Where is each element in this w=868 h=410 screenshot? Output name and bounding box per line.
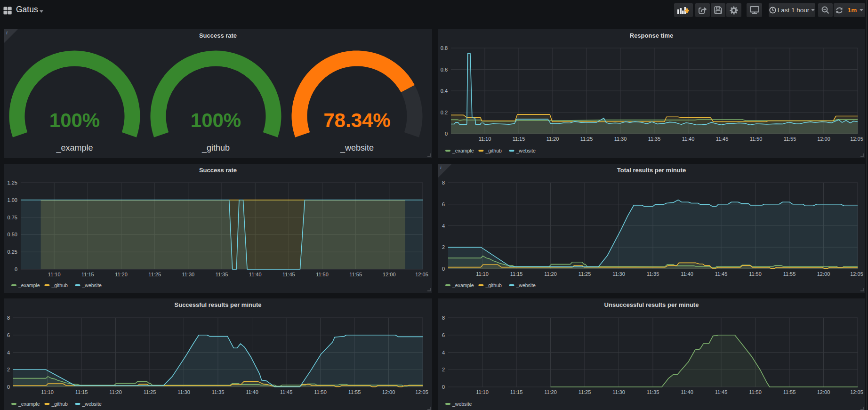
svg-text:11:35: 11:35 [647, 389, 659, 395]
svg-text:11:45: 11:45 [715, 271, 728, 277]
svg-text:11:50: 11:50 [750, 136, 763, 142]
svg-text:4: 4 [7, 350, 10, 355]
svg-text:2: 2 [442, 244, 445, 250]
svg-text:12:00: 12:00 [817, 136, 830, 142]
svg-text:4: 4 [442, 223, 445, 229]
svg-text:_github: _github [485, 148, 502, 153]
svg-text:Success rate: Success rate [199, 32, 237, 39]
svg-text:_example: _example [18, 282, 40, 288]
svg-text:100%: 100% [49, 109, 100, 131]
svg-text:11:20: 11:20 [109, 389, 122, 395]
svg-text:_website: _website [516, 282, 536, 288]
svg-text:Successful results per minute: Successful results per minute [175, 301, 262, 308]
svg-text:0: 0 [15, 266, 17, 272]
svg-text:6: 6 [442, 332, 445, 338]
svg-text:11:45: 11:45 [715, 389, 728, 395]
svg-text:0.2: 0.2 [441, 110, 448, 115]
svg-text:11:25: 11:25 [148, 272, 161, 277]
svg-text:1.25: 1.25 [8, 180, 17, 185]
svg-text:11:30: 11:30 [614, 136, 627, 142]
svg-text:12:00: 12:00 [817, 389, 830, 395]
svg-text:11:10: 11:10 [48, 272, 61, 277]
svg-text:0: 0 [442, 384, 445, 390]
svg-text:2: 2 [442, 367, 445, 372]
svg-text:Success rate: Success rate [199, 167, 237, 174]
svg-text:11:10: 11:10 [476, 389, 489, 395]
svg-text:_website: _website [516, 148, 536, 153]
svg-text:12:00: 12:00 [817, 271, 830, 277]
svg-text:Unsuccessful results per minut: Unsuccessful results per minute [604, 301, 699, 308]
svg-text:6: 6 [7, 332, 10, 338]
svg-text:11:10: 11:10 [41, 389, 54, 395]
svg-text:11:30: 11:30 [177, 389, 190, 395]
svg-text:11:20: 11:20 [547, 136, 559, 142]
svg-text:12:05: 12:05 [415, 389, 428, 395]
svg-text:11:40: 11:40 [249, 272, 262, 277]
svg-text:12:00: 12:00 [383, 272, 396, 277]
svg-text:11:25: 11:25 [579, 271, 591, 277]
svg-text:11:15: 11:15 [81, 272, 94, 277]
svg-text:0: 0 [442, 266, 445, 272]
svg-text:78.34%: 78.34% [323, 109, 390, 131]
svg-text:12:05: 12:05 [850, 389, 863, 395]
svg-text:0.75: 0.75 [8, 215, 17, 220]
svg-text:8: 8 [7, 315, 10, 321]
svg-text:8: 8 [442, 315, 445, 321]
svg-text:11:10: 11:10 [476, 271, 489, 277]
svg-text:11:45: 11:45 [280, 389, 293, 395]
svg-text:0.6: 0.6 [441, 67, 448, 72]
svg-text:0.25: 0.25 [8, 249, 17, 255]
svg-text:11:35: 11:35 [212, 389, 225, 395]
svg-text:11:40: 11:40 [681, 389, 693, 395]
svg-text:_example: _example [56, 143, 93, 153]
svg-text:11:15: 11:15 [510, 271, 523, 277]
svg-text:_website: _website [82, 401, 102, 407]
svg-text:11:30: 11:30 [612, 389, 625, 395]
svg-text:_github: _github [51, 282, 68, 288]
svg-text:2: 2 [7, 367, 10, 372]
svg-text:11:40: 11:40 [681, 271, 693, 277]
svg-text:_website: _website [452, 401, 472, 407]
svg-text:11:55: 11:55 [349, 272, 362, 277]
svg-text:11:40: 11:40 [246, 389, 258, 395]
svg-text:6: 6 [442, 201, 445, 207]
svg-text:0.8: 0.8 [441, 45, 448, 51]
svg-text:12:05: 12:05 [850, 271, 863, 277]
svg-text:_website: _website [340, 143, 374, 153]
svg-text:_github: _github [201, 143, 230, 153]
svg-text:11:35: 11:35 [648, 136, 661, 142]
svg-text:11:50: 11:50 [749, 271, 762, 277]
svg-text:_example: _example [452, 148, 474, 153]
svg-text:11:55: 11:55 [348, 389, 361, 395]
svg-text:0: 0 [445, 131, 448, 137]
svg-text:Total results per minute: Total results per minute [617, 167, 686, 174]
svg-text:11:50: 11:50 [316, 272, 329, 277]
svg-text:11:20: 11:20 [544, 389, 557, 395]
svg-text:Response time: Response time [630, 32, 673, 39]
svg-text:11:30: 11:30 [612, 271, 625, 277]
svg-text:_example: _example [452, 282, 474, 288]
svg-text:12:05: 12:05 [850, 136, 863, 142]
svg-text:11:45: 11:45 [716, 136, 729, 142]
svg-text:11:25: 11:25 [144, 389, 156, 395]
svg-text:11:15: 11:15 [513, 136, 525, 142]
svg-text:100%: 100% [191, 109, 241, 131]
svg-text:11:25: 11:25 [579, 389, 591, 395]
svg-text:11:25: 11:25 [580, 136, 593, 142]
svg-text:_website: _website [82, 282, 102, 288]
svg-text:11:55: 11:55 [783, 389, 796, 395]
svg-text:0: 0 [7, 384, 10, 390]
svg-text:11:10: 11:10 [479, 136, 491, 142]
svg-text:11:30: 11:30 [182, 272, 194, 277]
svg-text:11:35: 11:35 [647, 271, 659, 277]
svg-text:_github: _github [51, 401, 68, 407]
svg-text:8: 8 [442, 180, 445, 185]
svg-text:0.50: 0.50 [8, 232, 17, 237]
svg-text:11:35: 11:35 [216, 272, 228, 277]
svg-text:12:05: 12:05 [415, 272, 428, 277]
svg-text:11:15: 11:15 [510, 389, 523, 395]
svg-text:11:45: 11:45 [282, 272, 295, 277]
svg-text:11:40: 11:40 [682, 136, 695, 142]
svg-text:4: 4 [442, 350, 445, 355]
svg-text:0.4: 0.4 [441, 88, 448, 94]
